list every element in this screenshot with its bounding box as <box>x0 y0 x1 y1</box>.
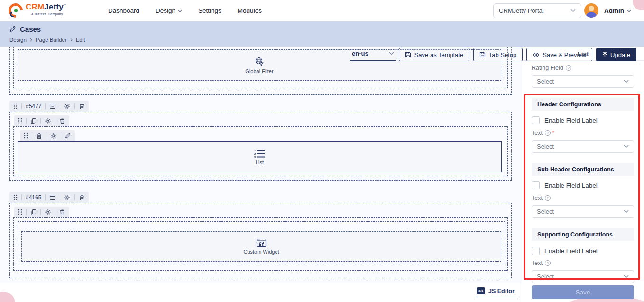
gear-icon[interactable] <box>64 194 71 201</box>
language-select[interactable]: en-us <box>350 48 396 61</box>
checkbox-label: Enable Field Label <box>544 247 598 255</box>
chevron-down-icon <box>624 275 629 278</box>
chevron-down-icon <box>624 80 629 83</box>
row-toolbar <box>14 115 69 126</box>
chevron-right-icon <box>70 38 73 42</box>
admin-menu[interactable]: Admin <box>604 0 631 21</box>
checkbox-label: Enable Field Label <box>544 182 598 189</box>
column-toolbar <box>20 130 75 141</box>
sidebar-scrollbar[interactable] <box>638 63 638 302</box>
duplicate-icon[interactable] <box>30 209 37 216</box>
drag-handle-icon[interactable] <box>18 209 22 215</box>
gear-icon[interactable] <box>45 209 51 216</box>
custom-widget-icon <box>256 238 267 247</box>
enable-field-label-checkbox[interactable] <box>532 181 540 189</box>
portal-select-value: CRMJetty Portal <box>499 7 544 14</box>
brand-tagline: A Biztech Company <box>26 12 66 16</box>
svg-text:1: 1 <box>254 149 256 152</box>
text-label: Text <box>532 130 543 136</box>
chevron-down-icon <box>389 52 394 55</box>
app-root: CRM Jetty ™ A Biztech Company Dashboard … <box>0 0 644 302</box>
required-asterisk: * <box>552 130 554 136</box>
drag-handle-icon[interactable] <box>18 118 22 124</box>
global-filter-icon <box>254 57 265 67</box>
chevron-down-icon <box>627 9 631 12</box>
text-label: Text <box>532 195 543 201</box>
chevron-down-icon <box>178 9 182 12</box>
widget-settings-panel: List Rating Field ? Select Header Config… <box>522 47 644 302</box>
help-icon[interactable]: ? <box>545 130 551 136</box>
help-icon[interactable]: ? <box>566 65 571 71</box>
enable-field-label-checkbox[interactable] <box>532 116 540 124</box>
page-title: Cases <box>20 25 41 33</box>
nav-dashboard[interactable]: Dashboard <box>108 7 139 14</box>
trash-icon[interactable] <box>36 132 42 139</box>
breadcrumb-edit: Edit <box>76 37 85 43</box>
section-template-icon[interactable] <box>49 103 56 109</box>
bottom-bar: </> JS Editor <box>0 283 522 302</box>
user-avatar[interactable] <box>584 3 598 18</box>
section-toolbar: #5477 <box>9 101 89 112</box>
breadcrumb-design[interactable]: Design <box>9 37 27 43</box>
breadcrumb-page-builder[interactable]: Page Builder <box>36 37 67 43</box>
sub-header-text-select[interactable]: Select <box>532 205 634 218</box>
save-button[interactable]: Save <box>532 285 634 299</box>
supporting-text-select[interactable]: Select <box>532 270 634 283</box>
nav-modules[interactable]: Modules <box>238 7 262 14</box>
main-nav: Dashboard Design Settings Modules <box>108 0 262 21</box>
section-id: #5477 <box>26 103 41 110</box>
js-editor-button[interactable]: </> JS Editor <box>476 286 516 297</box>
svg-text:2: 2 <box>254 152 256 155</box>
nav-settings[interactable]: Settings <box>198 7 221 14</box>
duplicate-icon[interactable] <box>30 118 37 124</box>
section-template-icon[interactable] <box>49 194 56 200</box>
text-label: Text <box>532 260 543 266</box>
supporting-configurations-heading: Supporting Configurations <box>532 228 634 241</box>
edit-pencil-icon[interactable] <box>65 132 71 139</box>
gear-icon[interactable] <box>64 103 71 110</box>
save-as-template-button[interactable]: Save as Template <box>399 48 469 61</box>
chevron-down-icon <box>570 9 576 12</box>
enable-field-label-checkbox[interactable] <box>532 247 540 255</box>
drag-handle-icon[interactable] <box>13 103 18 109</box>
gear-icon[interactable] <box>50 132 57 139</box>
tab-setup-button[interactable]: Tab Setup <box>473 48 523 61</box>
top-header: CRM Jetty ™ A Biztech Company Dashboard … <box>0 0 644 21</box>
custom-widget[interactable]: Custom Widget <box>21 231 501 262</box>
update-button[interactable]: Update <box>596 48 636 61</box>
page-toolbar: Cases Design Page Builder Edit en-us Sav… <box>0 21 644 47</box>
save-icon <box>479 52 486 58</box>
portal-select[interactable]: CRMJetty Portal <box>493 3 581 18</box>
widget-label: List <box>256 160 264 165</box>
gear-icon[interactable] <box>45 118 51 124</box>
language-value: en-us <box>352 50 368 57</box>
drag-handle-icon[interactable] <box>13 194 18 200</box>
trash-icon[interactable] <box>79 194 85 201</box>
save-and-preview-button[interactable]: Save & Preview <box>526 48 592 61</box>
svg-text:3: 3 <box>254 156 256 158</box>
rating-field-label: Rating Field <box>532 65 563 71</box>
eye-icon <box>533 52 539 57</box>
crmjetty-logo: CRM Jetty ™ A Biztech Company <box>9 2 66 18</box>
breadcrumb: Design Page Builder Edit <box>9 37 85 43</box>
trash-icon[interactable] <box>79 103 85 110</box>
admin-name: Admin <box>604 7 624 14</box>
drag-handle-icon[interactable] <box>24 132 28 139</box>
trash-icon[interactable] <box>59 209 65 216</box>
edit-title-icon[interactable] <box>9 26 16 33</box>
chevron-right-icon <box>30 38 32 42</box>
brand-trademark: ™ <box>64 3 66 6</box>
chevron-down-icon <box>624 210 629 213</box>
header-configurations-heading: Header Configurations <box>532 98 634 111</box>
trash-icon[interactable] <box>59 118 65 124</box>
brand-jetty: Jetty <box>44 2 64 12</box>
header-text-select[interactable]: Select <box>532 140 634 153</box>
help-icon[interactable]: ? <box>545 260 551 266</box>
list-widget[interactable]: 1 2 3 List <box>18 141 502 172</box>
help-icon[interactable]: ? <box>545 195 551 201</box>
upload-arrow-icon <box>602 52 607 57</box>
nav-design[interactable]: Design <box>156 7 182 14</box>
widget-label: Custom Widget <box>243 249 279 255</box>
rating-field-select[interactable]: Select <box>532 75 634 88</box>
brand-crm: CRM <box>26 2 44 12</box>
